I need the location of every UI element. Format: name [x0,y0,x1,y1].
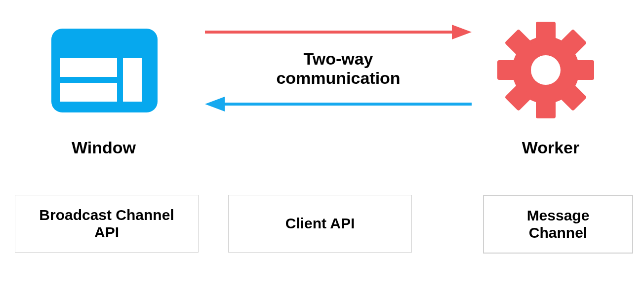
svg-rect-7 [497,60,517,80]
window-label: Window [54,138,153,157]
api-box-label: Client API [285,215,355,232]
communication-label-line2: communication [276,69,400,87]
svg-rect-10 [205,31,456,34]
api-box-label: Message [527,207,590,223]
window-icon-panel [60,58,117,77]
arrow-right-icon [205,25,472,39]
api-box-message-channel: Message Channel [483,195,633,254]
api-box-label: Channel [529,224,587,241]
gear-icon [496,21,595,119]
api-box-label: API [94,224,119,240]
svg-point-9 [531,55,561,85]
api-box-client-api: Client API [228,195,412,253]
worker-label: Worker [504,138,598,157]
window-icon [51,29,158,112]
api-box-label: Broadcast Channel [39,207,174,223]
arrow-left-icon [205,97,472,111]
svg-rect-1 [536,22,556,41]
svg-marker-13 [205,97,225,111]
svg-marker-11 [452,25,472,39]
api-box-broadcast-channel: Broadcast Channel API [15,195,199,253]
svg-rect-12 [221,103,472,106]
communication-label-line1: Two-way [303,49,373,68]
svg-rect-3 [574,60,594,80]
svg-rect-5 [536,99,556,118]
communication-label: Two-way communication [247,49,430,88]
window-icon-panel [60,83,117,102]
window-icon-panel [123,58,142,102]
